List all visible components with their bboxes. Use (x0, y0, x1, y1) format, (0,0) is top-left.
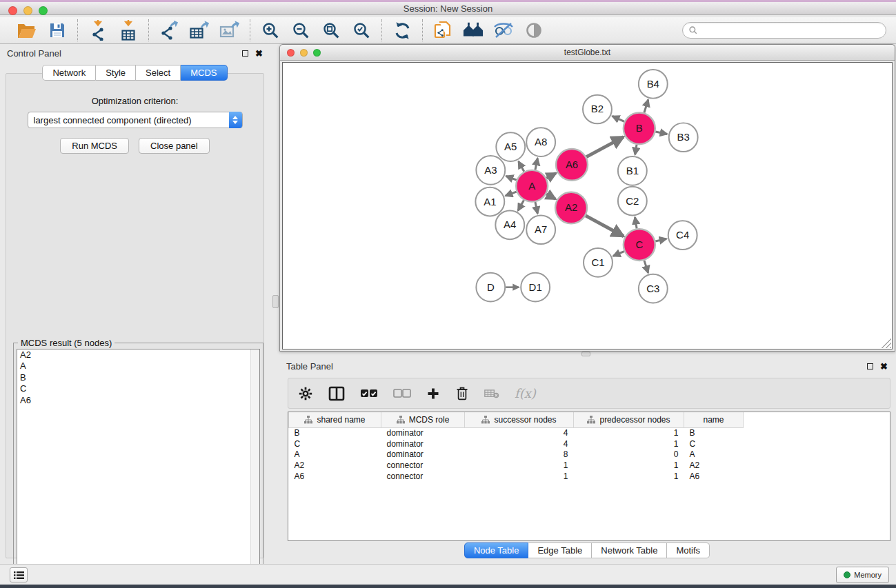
table-cell[interactable]: B (289, 427, 381, 438)
close-table-panel-icon[interactable]: ✖ (880, 362, 888, 371)
table-cell[interactable]: 1 (465, 471, 574, 482)
table-row[interactable]: Cdominator41C (289, 438, 744, 449)
table-cell[interactable]: dominator (381, 427, 465, 438)
table-cell[interactable]: 4 (465, 438, 574, 449)
column-header-name[interactable]: name (684, 412, 744, 427)
tab-network[interactable]: Network (42, 65, 96, 81)
result-list-item[interactable]: B (17, 372, 259, 383)
graph-node-C3[interactable]: C3 (639, 274, 668, 303)
add-column-button[interactable] (426, 387, 440, 401)
column-header-MCDS-role[interactable]: MCDS role (381, 412, 465, 427)
window-resize-grip[interactable] (882, 338, 891, 348)
table-cell[interactable]: 1 (574, 438, 684, 449)
graph-edge-B-B4[interactable] (644, 100, 648, 113)
table-cell[interactable]: C (289, 438, 381, 449)
tab-style[interactable]: Style (96, 65, 136, 81)
maximize-window-button[interactable] (39, 6, 48, 15)
open-file-button[interactable] (17, 20, 37, 41)
graph-node-C2[interactable]: C2 (618, 187, 647, 216)
select-all-rows-button[interactable] (360, 389, 378, 398)
table-cell[interactable]: dominator (381, 438, 465, 449)
graph-edge-C-C3[interactable] (644, 261, 648, 273)
export-network-button[interactable] (159, 20, 179, 41)
graph-node-D[interactable]: D (476, 273, 505, 302)
graph-node-A6[interactable]: A6 (556, 149, 588, 181)
clone-network-button[interactable] (432, 20, 453, 41)
hide-graphics-button[interactable] (493, 20, 514, 41)
graph-node-A2[interactable]: A2 (555, 192, 587, 224)
graph-edge-A-A5[interactable] (519, 161, 524, 172)
search-box[interactable] (682, 22, 886, 39)
table-settings-button[interactable] (298, 386, 313, 401)
graph-node-B4[interactable]: B4 (639, 70, 668, 99)
export-image-button[interactable] (219, 20, 240, 41)
graph-node-C4[interactable]: C4 (668, 221, 697, 250)
net-minimize-button[interactable] (300, 49, 308, 57)
export-table-button[interactable] (189, 20, 210, 41)
graph-node-A7[interactable]: A7 (526, 215, 555, 244)
tab-node-table[interactable]: Node Table (464, 543, 529, 558)
delete-table-button[interactable] (484, 388, 499, 399)
vertical-splitter-grip[interactable] (272, 295, 279, 308)
result-list-scrollbar[interactable] (250, 349, 259, 575)
table-cell[interactable]: A (684, 449, 744, 460)
graph-edge-C-C2[interactable] (635, 217, 637, 228)
column-header-successor-nodes[interactable]: successor nodes (465, 412, 574, 427)
graph-node-A8[interactable]: A8 (526, 128, 555, 156)
table-cell[interactable]: A2 (684, 460, 744, 471)
graph-edge-A-A3[interactable] (506, 176, 517, 180)
result-list-item[interactable]: A6 (17, 395, 259, 406)
zoom-in-button[interactable] (260, 20, 281, 41)
close-panel-button[interactable]: Close panel (139, 138, 210, 154)
minimize-window-button[interactable] (23, 6, 32, 15)
graph-edge-A-A4[interactable] (518, 200, 524, 210)
tab-motifs[interactable]: Motifs (667, 543, 710, 558)
graph-edge-A-A7[interactable] (535, 202, 537, 214)
graph-edge-A6-B[interactable] (586, 137, 624, 157)
table-cell[interactable]: connector (381, 460, 465, 471)
table-cell[interactable]: 8 (465, 449, 574, 460)
zoom-out-button[interactable] (290, 20, 311, 41)
graph-edge-A-A8[interactable] (535, 159, 537, 170)
table-cell[interactable]: A (289, 449, 381, 460)
table-cell[interactable]: A6 (289, 471, 381, 482)
graph-node-A4[interactable]: A4 (495, 210, 524, 239)
table-cell[interactable]: A2 (289, 460, 381, 471)
mcds-result-list[interactable]: A2ABCA6 (17, 349, 260, 576)
table-cell[interactable]: connector (381, 471, 465, 482)
table-cell[interactable]: B (684, 427, 744, 438)
graph-node-B[interactable]: B (624, 112, 655, 144)
graph-node-A[interactable]: A (516, 170, 548, 202)
table-cell[interactable]: dominator (381, 449, 465, 460)
close-panel-icon[interactable]: ✖ (255, 49, 263, 58)
memory-button[interactable]: Memory (836, 567, 889, 583)
refresh-button[interactable] (392, 20, 412, 41)
network-canvas[interactable]: B4B2BB3A8A5A6A3B1AA1C2A2A4A7C4CC1C3DD1 (282, 62, 893, 349)
table-cell[interactable]: A6 (684, 471, 744, 482)
graph-edge-C-C4[interactable] (655, 239, 666, 241)
float-table-panel-icon[interactable] (867, 363, 873, 369)
graph-edge-A-A2[interactable] (546, 194, 555, 199)
tab-network-table[interactable]: Network Table (592, 543, 667, 558)
import-table-button[interactable] (118, 20, 139, 41)
graph-node-D1[interactable]: D1 (521, 273, 550, 302)
graph-node-A5[interactable]: A5 (496, 132, 525, 161)
column-header-predecessor-nodes[interactable]: predecessor nodes (574, 412, 684, 427)
table-cell[interactable]: C (684, 438, 744, 449)
home-button[interactable] (463, 20, 484, 41)
show-eye-button[interactable] (524, 20, 544, 41)
deselect-all-rows-button[interactable] (393, 389, 411, 398)
graph-edge-C-C1[interactable] (613, 252, 624, 256)
graph-node-B3[interactable]: B3 (669, 123, 698, 152)
tab-edge-table[interactable]: Edge Table (528, 543, 592, 558)
result-list-item[interactable]: A (17, 361, 259, 372)
split-table-button[interactable] (328, 386, 345, 401)
save-session-button[interactable] (47, 20, 68, 41)
table-row[interactable]: A2connector11A2 (289, 460, 744, 471)
table-cell[interactable]: 1 (574, 427, 684, 438)
table-row[interactable]: A6connector11A6 (289, 471, 744, 482)
graph-edge-A2-C[interactable] (586, 216, 624, 236)
graph-edge-A-A6[interactable] (546, 173, 556, 178)
float-panel-icon[interactable] (242, 50, 248, 57)
graph-node-C1[interactable]: C1 (584, 248, 613, 277)
